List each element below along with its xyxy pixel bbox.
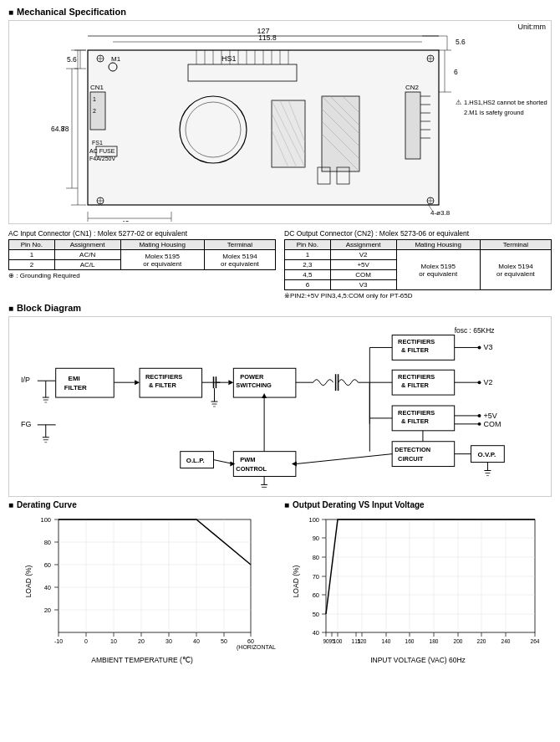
- output-derating-title: Output Derating VS Input Voltage: [284, 500, 552, 509]
- svg-text:60: 60: [247, 638, 254, 644]
- svg-text:CIRCUIT: CIRCUIT: [398, 455, 424, 463]
- svg-text:60: 60: [44, 561, 51, 569]
- svg-text:FILTER: FILTER: [64, 384, 87, 391]
- svg-text:20: 20: [138, 638, 145, 644]
- svg-text:5.6: 5.6: [456, 38, 466, 46]
- cn2-connector-block: DC Output Connector (CN2) : Molex 5273-0…: [284, 229, 552, 299]
- unit-label: Unit:mm: [518, 23, 547, 31]
- cn1-pin-2: 2: [9, 260, 55, 270]
- mechanical-spec-title: Mechanical Specification: [17, 7, 126, 17]
- output-derating-block: Output Derating VS Input Voltage LOAD (%…: [284, 500, 552, 664]
- svg-text:80: 80: [313, 554, 319, 561]
- block-diagram-title: Block Diagram: [17, 303, 81, 313]
- svg-text:70: 70: [313, 573, 319, 581]
- svg-text:EMI: EMI: [69, 375, 80, 382]
- svg-text:O.V.P.: O.V.P.: [478, 451, 496, 458]
- cn2-header-assign: Assignment: [330, 240, 396, 250]
- svg-text:F4A/250V: F4A/250V: [89, 156, 115, 161]
- cn2-pin-23: 2,3: [285, 260, 331, 270]
- svg-text:4-ø3.8: 4-ø3.8: [430, 209, 451, 217]
- cn2-row-1: 1 V2 Molex 5195or equivalent Molex 5194o…: [285, 250, 552, 260]
- page: Mechanical Specification Unit:mm 127 115…: [0, 0, 560, 671]
- svg-text:100: 100: [40, 516, 51, 524]
- svg-text:2: 2: [93, 108, 96, 114]
- svg-text:90: 90: [313, 535, 319, 542]
- block-diagram-svg: fosc : 65KHz I/P FG EMI FILTER: [14, 322, 546, 489]
- svg-text:1: 1: [93, 96, 96, 102]
- svg-text:COM: COM: [483, 420, 501, 428]
- cn1-ground-note: ⊕ : Grounding Required: [8, 272, 276, 279]
- svg-text:DETECTION: DETECTION: [395, 446, 430, 453]
- svg-text:& FILTER: & FILTER: [401, 346, 430, 354]
- svg-text:200: 200: [454, 638, 463, 644]
- svg-text:V2: V2: [483, 378, 492, 386]
- cn2-terminal: Molex 5194or equivalent: [480, 250, 551, 290]
- svg-text:RECTIFIERS: RECTIFIERS: [398, 373, 435, 381]
- svg-text:10: 10: [110, 638, 117, 644]
- derating-curve-svg: LOAD (%) 100 80 60 40 20: [8, 511, 276, 653]
- svg-text:RECTIFIERS: RECTIFIERS: [398, 338, 435, 345]
- cn1-connector-title: AC Input Connector (CN1) : Molex 5277-02…: [8, 229, 276, 238]
- cn1-header-terminal: Terminal: [204, 240, 275, 250]
- svg-text:1.HS1,HS2 cannot be shorted: 1.HS1,HS2 cannot be shorted: [464, 99, 547, 106]
- svg-rect-7: [88, 50, 439, 205]
- svg-text:LOAD (%): LOAD (%): [24, 565, 33, 597]
- cn1-header-pin: Pin No.: [9, 240, 55, 250]
- svg-point-155: [478, 422, 481, 426]
- cn2-housing: Molex 5195or equivalent: [396, 250, 480, 290]
- output-derating-svg: LOAD (%) 100 90 80 70 60 50: [284, 511, 552, 653]
- cn1-row-1: 1 AC/N Molex 5195or equivalent Molex 519…: [9, 250, 276, 260]
- svg-rect-53: [405, 92, 420, 159]
- svg-point-152: [478, 414, 481, 417]
- svg-text:160: 160: [405, 638, 415, 644]
- svg-text:40: 40: [44, 584, 51, 591]
- svg-text:60: 60: [313, 591, 319, 599]
- svg-text:0: 0: [84, 638, 88, 644]
- cn2-header-housing: Mating Housing: [396, 240, 480, 250]
- svg-point-138: [478, 345, 481, 349]
- svg-text:fosc : 65KHz: fosc : 65KHz: [455, 326, 495, 335]
- svg-text:6: 6: [454, 68, 458, 76]
- cn2-pin-1: 1: [285, 250, 331, 260]
- svg-text:(HORIZONTAL): (HORIZONTAL): [237, 644, 276, 651]
- svg-line-174: [296, 454, 392, 464]
- svg-text:240: 240: [501, 638, 511, 644]
- cn2-pin-6: 6: [285, 280, 331, 290]
- curves-section: Derating Curve LOAD (%) 100 80 60 40: [8, 500, 552, 664]
- svg-text:CONTROL: CONTROL: [236, 465, 267, 473]
- svg-marker-124: [228, 380, 233, 385]
- svg-text:CN2: CN2: [405, 84, 420, 91]
- svg-text:CN1: CN1: [90, 84, 104, 91]
- svg-text:LOAD (%): LOAD (%): [292, 565, 300, 597]
- svg-text:+5V: +5V: [483, 412, 496, 420]
- svg-text:AC FUSE: AC FUSE: [89, 148, 115, 154]
- svg-text:RECTIFIERS: RECTIFIERS: [145, 373, 182, 381]
- cn2-assign-45: COM: [330, 270, 396, 280]
- derating-curve-block: Derating Curve LOAD (%) 100 80 60 40: [8, 500, 276, 664]
- svg-text:⚠: ⚠: [456, 99, 461, 106]
- svg-text:& FILTER: & FILTER: [401, 381, 430, 389]
- svg-text:I/P: I/P: [21, 376, 30, 384]
- svg-text:100: 100: [333, 638, 343, 644]
- svg-text:264: 264: [531, 638, 540, 644]
- svg-text:SWITCHING: SWITCHING: [236, 381, 272, 389]
- cn1-pin-1: 1: [9, 250, 55, 260]
- svg-text:220: 220: [477, 638, 486, 644]
- svg-text:& FILTER: & FILTER: [401, 417, 430, 425]
- svg-text:HS1: HS1: [221, 54, 237, 63]
- cn1-terminal: Molex 5194or equivalent: [204, 250, 275, 270]
- svg-text:& FILTER: & FILTER: [149, 381, 177, 389]
- svg-text:140: 140: [382, 638, 391, 644]
- svg-text:20: 20: [44, 606, 51, 614]
- svg-text:RECTIFIERS: RECTIFIERS: [398, 409, 435, 417]
- svg-text:PWM: PWM: [240, 456, 255, 463]
- svg-text:M1: M1: [111, 55, 121, 63]
- svg-text:64.8: 64.8: [51, 125, 65, 133]
- mechanical-drawing-container: Unit:mm 127 115.8 5.6 5.6 78: [8, 20, 552, 224]
- svg-text:-10: -10: [54, 638, 63, 644]
- cn2-header-terminal: Terminal: [480, 240, 551, 250]
- cn1-housing: Molex 5195or equivalent: [120, 250, 204, 270]
- svg-point-145: [478, 381, 481, 384]
- svg-text:120: 120: [358, 638, 367, 644]
- svg-rect-108: [56, 368, 115, 397]
